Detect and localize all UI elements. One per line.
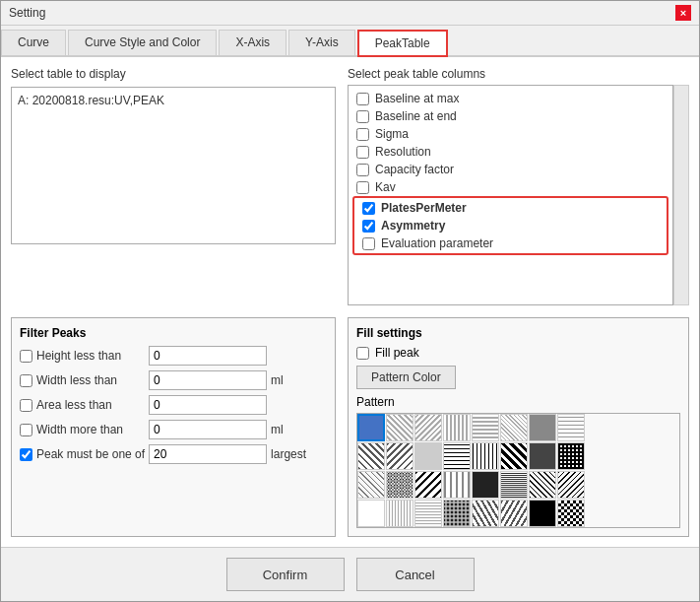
pattern-cell-0[interactable] xyxy=(357,414,385,441)
filter-row-width-less: Width less thanml xyxy=(20,370,327,390)
pattern-cell-14[interactable] xyxy=(529,442,556,470)
pattern-cell-30[interactable] xyxy=(529,500,556,527)
filter-input-area-less[interactable] xyxy=(149,395,267,415)
pattern-cell-21[interactable] xyxy=(500,471,528,499)
column-item-asymmetry: Asymmetry xyxy=(358,217,663,234)
filter-row-height-less: Height less than xyxy=(20,346,327,366)
column-label-sigma: Sigma xyxy=(375,127,409,141)
pattern-cell-6[interactable] xyxy=(529,414,556,441)
pattern-cell-11[interactable] xyxy=(443,442,471,470)
right-section-label: Select peak table columns xyxy=(348,67,689,81)
column-label-capacity-factor: Capacity factor xyxy=(375,163,454,176)
pattern-cell-31[interactable] xyxy=(557,500,585,527)
column-checkbox-asymmetry[interactable] xyxy=(362,220,375,233)
tab-x-axis[interactable]: X-Axis xyxy=(219,30,286,55)
filter-row-width-more: Width more thanml xyxy=(20,420,327,439)
tab-bar: CurveCurve Style and ColorX-AxisY-AxisPe… xyxy=(1,26,699,57)
filter-label-peak-must: Peak must be one of xyxy=(36,447,145,461)
column-list: Baseline at maxBaseline at endSigmaResol… xyxy=(348,85,673,305)
close-button[interactable]: × xyxy=(675,5,691,21)
fill-peak-row: Fill peak xyxy=(356,346,680,360)
table-list[interactable]: A: 20200818.resu:UV,PEAK xyxy=(11,87,336,244)
filter-input-height-less[interactable] xyxy=(149,346,267,366)
pattern-cell-4[interactable] xyxy=(472,414,499,441)
column-checkbox-plates-per-meter[interactable] xyxy=(362,202,375,215)
column-checkbox-resolution[interactable] xyxy=(356,146,369,159)
right-panel: Select peak table columns Baseline at ma… xyxy=(348,67,689,305)
pattern-cell-18[interactable] xyxy=(414,471,442,499)
main-content: Select table to display A: 20200818.resu… xyxy=(1,57,699,547)
column-item-evaluation-param: Evaluation parameter xyxy=(358,234,663,252)
pattern-cell-26[interactable] xyxy=(414,500,442,527)
filter-label-width-more: Width more than xyxy=(36,423,145,436)
pattern-cell-1[interactable] xyxy=(386,414,414,441)
pattern-cell-7[interactable] xyxy=(557,414,585,441)
tab-curve[interactable]: Curve xyxy=(1,30,66,55)
column-checkbox-evaluation-param[interactable] xyxy=(362,237,375,250)
window-title: Setting xyxy=(9,6,45,20)
filter-title: Filter Peaks xyxy=(20,326,327,340)
filter-input-width-less[interactable] xyxy=(149,370,267,390)
pattern-cell-17[interactable] xyxy=(386,471,414,499)
pattern-cell-20[interactable] xyxy=(472,471,499,499)
pattern-cell-23[interactable] xyxy=(557,471,585,499)
table-list-item[interactable]: A: 20200818.resu:UV,PEAK xyxy=(18,94,329,107)
pattern-cell-10[interactable] xyxy=(414,442,442,470)
column-label-asymmetry: Asymmetry xyxy=(381,219,445,233)
pattern-grid xyxy=(356,413,680,528)
column-checkbox-sigma[interactable] xyxy=(356,128,369,141)
pattern-cell-3[interactable] xyxy=(443,414,471,441)
fill-panel: Fill settings Fill peak Pattern Color Pa… xyxy=(348,317,689,537)
pattern-cell-15[interactable] xyxy=(557,442,585,470)
filter-label-height-less: Height less than xyxy=(36,349,145,363)
tab-peak-table[interactable]: PeakTable xyxy=(357,30,448,57)
column-item-kav: Kav xyxy=(352,178,668,196)
pattern-cell-16[interactable] xyxy=(357,471,385,499)
fill-title: Fill settings xyxy=(356,326,680,340)
pattern-cell-27[interactable] xyxy=(443,500,471,527)
pattern-cell-19[interactable] xyxy=(443,471,471,499)
column-checkbox-baseline-end[interactable] xyxy=(356,110,369,123)
pattern-cell-22[interactable] xyxy=(529,471,556,499)
checkbox-group: Baseline at maxBaseline at endSigmaResol… xyxy=(348,85,689,305)
column-checkbox-capacity-factor[interactable] xyxy=(356,164,369,176)
filter-checkbox-height-less[interactable] xyxy=(20,350,32,363)
filter-panel: Filter Peaks Height less thanWidth less … xyxy=(11,317,336,537)
filter-unit-width-less: ml xyxy=(271,373,284,387)
column-label-baseline-max: Baseline at max xyxy=(375,92,459,105)
column-label-plates-per-meter: PlatesPerMeter xyxy=(381,201,467,215)
column-label-resolution: Resolution xyxy=(375,145,431,159)
pattern-cell-28[interactable] xyxy=(472,500,499,527)
filter-checkbox-width-more[interactable] xyxy=(20,424,32,436)
filter-row-peak-must: Peak must be one oflargest xyxy=(20,444,327,464)
title-bar: Setting × xyxy=(1,1,699,26)
fill-peak-checkbox[interactable] xyxy=(356,347,369,360)
pattern-cell-8[interactable] xyxy=(357,442,385,470)
column-checkbox-baseline-max[interactable] xyxy=(356,93,369,105)
confirm-button[interactable]: Confirm xyxy=(226,558,345,591)
filter-input-peak-must[interactable] xyxy=(149,444,267,464)
pattern-cell-9[interactable] xyxy=(386,442,414,470)
filter-checkbox-area-less[interactable] xyxy=(20,399,32,412)
column-checkbox-kav[interactable] xyxy=(356,181,369,194)
column-label-kav: Kav xyxy=(375,180,396,194)
pattern-cell-12[interactable] xyxy=(472,442,499,470)
pattern-cell-29[interactable] xyxy=(500,500,528,527)
filter-input-width-more[interactable] xyxy=(149,420,267,439)
fill-peak-label: Fill peak xyxy=(375,346,419,360)
pattern-cell-13[interactable] xyxy=(500,442,528,470)
scrollbar[interactable] xyxy=(673,85,689,305)
tab-curve-style[interactable]: Curve Style and Color xyxy=(68,30,217,55)
top-section: Select table to display A: 20200818.resu… xyxy=(11,67,689,305)
pattern-cell-24[interactable] xyxy=(357,500,385,527)
pattern-cell-25[interactable] xyxy=(386,500,414,527)
column-label-evaluation-param: Evaluation parameter xyxy=(381,236,493,250)
pattern-cell-5[interactable] xyxy=(500,414,528,441)
filter-checkbox-width-less[interactable] xyxy=(20,374,32,387)
column-item-baseline-max: Baseline at max xyxy=(352,90,668,107)
cancel-button[interactable]: Cancel xyxy=(356,558,475,591)
tab-y-axis[interactable]: Y-Axis xyxy=(288,30,355,55)
pattern-cell-2[interactable] xyxy=(414,414,442,441)
pattern-color-button[interactable]: Pattern Color xyxy=(356,366,456,389)
filter-checkbox-peak-must[interactable] xyxy=(20,448,32,461)
